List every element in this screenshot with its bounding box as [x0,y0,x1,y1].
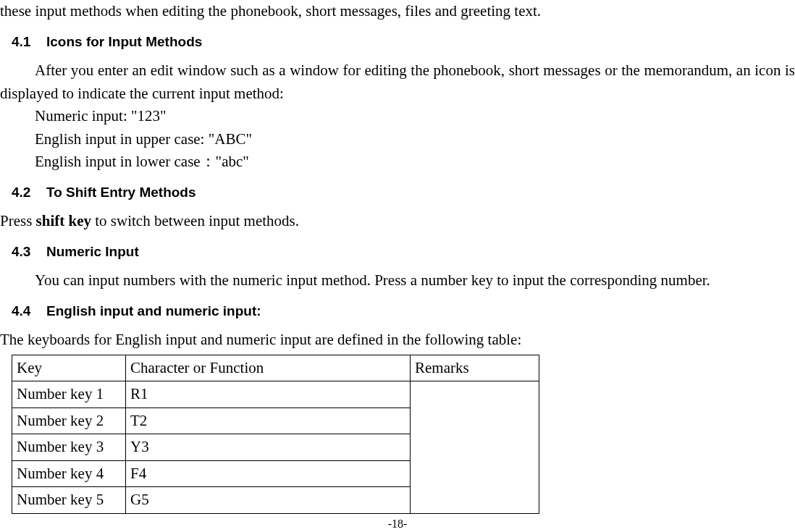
cell-key: Number key 4 [12,460,126,487]
header-char: Character or Function [126,355,411,381]
table-row: Number key 1 R1 [12,381,539,408]
cell-key: Number key 5 [12,487,126,514]
heading-num: 4.2 [12,182,46,203]
cell-char: R1 [126,381,411,408]
cell-key: Number key 3 [12,434,126,461]
heading-title: English input and numeric input: [46,303,261,318]
cell-char: F4 [126,460,411,487]
english-lower-line: English input in lower case："abc" [35,151,795,174]
heading-title: Icons for Input Methods [46,34,202,49]
english-upper-line: English input in upper case: "ABC" [35,128,795,151]
section-4-4-body: The keyboards for English input and nume… [0,329,795,352]
heading-4-1: 4.1Icons for Input Methods [12,32,795,53]
cell-char: G5 [126,487,411,514]
intro-text: these input methods when editing the pho… [0,0,795,23]
table-header-row: Key Character or Function Remarks [12,355,539,381]
heading-4-2: 4.2To Shift Entry Methods [12,182,795,203]
section-4-3-body: You can input numbers with the numeric i… [0,269,795,292]
header-remarks: Remarks [411,355,539,381]
document-page: these input methods when editing the pho… [0,0,795,532]
heading-title: To Shift Entry Methods [46,185,196,200]
text-post: to switch between input methods. [91,212,299,229]
heading-num: 4.4 [12,301,46,322]
section-4-1-body: After you enter an edit window such as a… [0,59,795,105]
cell-char: T2 [126,408,411,434]
text-pre: Press [0,212,36,229]
cell-key: Number key 1 [12,381,126,408]
numeric-input-line: Numeric input: "123" [35,105,795,128]
heading-4-3: 4.3Numeric Input [12,242,795,263]
shift-key-bold: shift key [36,212,91,229]
header-key: Key [12,355,126,381]
heading-title: Numeric Input [46,244,139,259]
heading-num: 4.3 [12,242,46,263]
section-4-2-body: Press shift key to switch between input … [0,210,795,233]
heading-num: 4.1 [12,32,46,53]
cell-key: Number key 2 [12,408,126,434]
cell-remarks-merged [411,381,539,514]
heading-4-4: 4.4English input and numeric input: [12,301,795,322]
cell-char: Y3 [126,434,411,461]
page-number: -18- [0,515,795,533]
input-key-table: Key Character or Function Remarks Number… [12,355,539,514]
